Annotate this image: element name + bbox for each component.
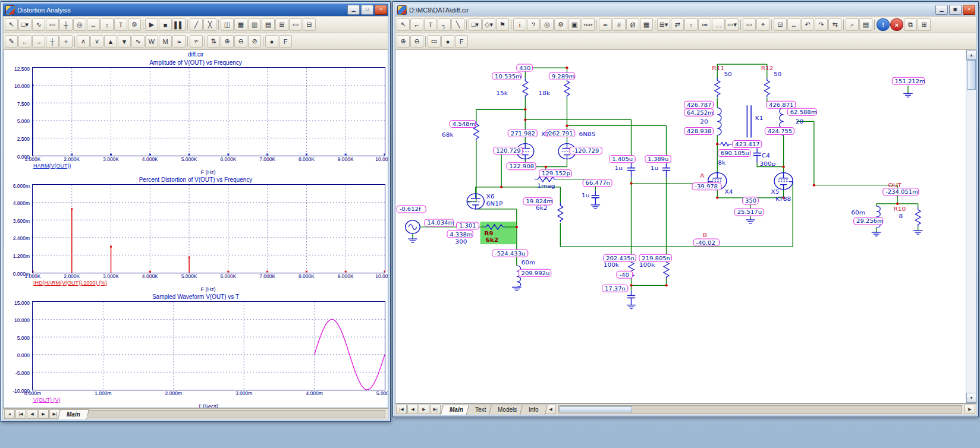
plot-canvas[interactable] bbox=[32, 301, 385, 390]
zoom-auto-icon[interactable]: ⊘ bbox=[248, 35, 261, 48]
data-points-icon[interactable]: ▤ bbox=[262, 18, 275, 31]
value-box[interactable]: 64.252m bbox=[684, 109, 714, 116]
horizontal-scrollbar[interactable] bbox=[558, 405, 962, 414]
current-flow-icon[interactable]: ⇄ bbox=[671, 18, 684, 31]
resistor[interactable] bbox=[764, 78, 769, 97]
value-box[interactable]: 426.787 bbox=[684, 101, 714, 108]
mirror-icon[interactable]: ⇆ bbox=[828, 18, 841, 31]
transformer-winding[interactable] bbox=[717, 108, 721, 135]
flag-icon[interactable]: ⚑ bbox=[496, 18, 509, 31]
find-point-icon[interactable]: ⌖ bbox=[756, 18, 769, 31]
grid-toggle-icon[interactable]: ▦ bbox=[234, 18, 247, 31]
grid-toggle-icon[interactable]: ▦ bbox=[640, 18, 653, 31]
prev-page-icon[interactable]: ◀ bbox=[27, 409, 37, 419]
vacuum-tube[interactable] bbox=[774, 173, 793, 190]
value-box[interactable]: 14.034m bbox=[425, 219, 454, 226]
last-page-icon[interactable]: ▶| bbox=[430, 405, 441, 414]
analysis-titlebar[interactable]: Distortion Analysis ▁□× bbox=[3, 4, 388, 16]
value-box[interactable]: 4.548m bbox=[450, 120, 475, 127]
select-area-icon[interactable]: ▭ bbox=[428, 35, 441, 48]
value-box[interactable]: 423.417 bbox=[733, 141, 762, 148]
value-box[interactable]: 262.791 bbox=[546, 130, 575, 137]
value-box[interactable]: 25.517u bbox=[734, 209, 764, 216]
step-icon[interactable]: ↑ bbox=[684, 18, 698, 31]
vertical-tag-icon[interactable]: ↕ bbox=[100, 18, 114, 31]
value-box[interactable]: 350 bbox=[743, 197, 759, 204]
zoom-in-icon[interactable]: ⊕ bbox=[397, 35, 410, 48]
plot-canvas[interactable] bbox=[32, 67, 385, 156]
font-icon[interactable]: F bbox=[455, 35, 468, 48]
value-box[interactable]: 219.805n bbox=[639, 254, 672, 261]
vertical-scroll-thumb[interactable] bbox=[967, 60, 976, 90]
value-box[interactable]: 29.256m bbox=[854, 217, 883, 225]
info-circle-icon[interactable]: ! bbox=[877, 18, 890, 31]
ruler-icon[interactable]: ▥ bbox=[248, 18, 261, 31]
cancel-circle-icon[interactable]: × bbox=[890, 18, 903, 31]
tab-info[interactable]: Info bbox=[520, 405, 548, 415]
performance-icon[interactable]: 'P' bbox=[190, 35, 203, 48]
minimize-button[interactable]: ▁ bbox=[935, 5, 948, 15]
box-select-icon[interactable]: ⊡ bbox=[774, 18, 787, 31]
zoom-out-icon[interactable]: ⊖ bbox=[234, 35, 247, 48]
scale-mode-icon[interactable]: ▭ bbox=[46, 18, 59, 31]
value-box[interactable]: 424.755 bbox=[765, 127, 794, 134]
capacitor[interactable] bbox=[627, 291, 635, 305]
plot-legend[interactable]: HARM(V(OUT)) bbox=[33, 163, 388, 169]
value-box[interactable]: -40 bbox=[617, 271, 633, 278]
search-icon[interactable]: ⌕ bbox=[846, 18, 859, 31]
globe-icon[interactable]: ● bbox=[441, 35, 454, 48]
close-button[interactable]: × bbox=[963, 5, 975, 15]
value-box[interactable]: 428.938 bbox=[684, 127, 714, 134]
ground-symbol[interactable] bbox=[627, 305, 636, 308]
schematic-canvas[interactable]: 43010.535m9.289m4.548m271.982262.791120.… bbox=[395, 50, 966, 403]
graphics-dropdown-icon[interactable]: □▾ bbox=[18, 18, 32, 31]
select-tool-icon[interactable]: ↖ bbox=[5, 18, 18, 31]
cursor-target-icon[interactable]: ┼ bbox=[46, 35, 59, 48]
properties-icon[interactable]: ⚙ bbox=[554, 18, 567, 31]
split-pane-icon[interactable]: ◫ bbox=[221, 18, 234, 31]
ground-symbol[interactable] bbox=[903, 93, 913, 97]
graphics-dropdown-icon[interactable]: □▾ bbox=[469, 18, 482, 31]
vertical-scrollbar[interactable]: ▲ ▼ bbox=[966, 50, 976, 403]
hscroll-right-icon[interactable]: ▶ bbox=[965, 405, 975, 414]
value-box[interactable]: 1.389u bbox=[645, 156, 671, 163]
more-options-icon[interactable]: … bbox=[712, 18, 725, 31]
plot-legend[interactable]: V(OUT) (V) bbox=[33, 397, 388, 403]
resistor[interactable] bbox=[558, 203, 563, 222]
mode-dropdown-icon[interactable]: ⊞▾ bbox=[657, 18, 670, 31]
properties-icon[interactable]: ⚙ bbox=[128, 18, 141, 31]
ground-symbol[interactable] bbox=[512, 287, 522, 291]
valley-icon[interactable]: ∨ bbox=[90, 35, 103, 48]
value-box[interactable]: 430 bbox=[517, 64, 533, 71]
value-box[interactable]: 209.992u bbox=[519, 269, 551, 276]
select-tool-icon[interactable]: ↖ bbox=[397, 18, 410, 31]
value-box[interactable]: 9.289m bbox=[549, 72, 574, 80]
tag-left-icon[interactable]: ← bbox=[18, 35, 32, 48]
low-icon[interactable]: ▼ bbox=[118, 35, 131, 48]
pages-icon[interactable]: ⊟ bbox=[303, 18, 316, 31]
on-toggle-icon[interactable]: ON bbox=[698, 18, 711, 31]
globe-icon[interactable]: ● bbox=[265, 35, 278, 48]
component-mode-icon[interactable]: ⌐ bbox=[410, 18, 423, 31]
value-box[interactable]: 10.535m bbox=[492, 72, 522, 80]
text-region-icon[interactable]: TEXT bbox=[582, 18, 595, 31]
ground-symbol[interactable] bbox=[913, 231, 923, 234]
tag-right-icon[interactable]: → bbox=[32, 35, 45, 48]
resistor[interactable] bbox=[664, 260, 669, 279]
value-box[interactable]: 271.982 bbox=[508, 130, 537, 137]
next-page-icon[interactable]: ▶ bbox=[419, 405, 429, 414]
resistor[interactable] bbox=[564, 78, 570, 97]
rotate-cw-icon[interactable]: ↷ bbox=[815, 18, 828, 31]
text-tool-icon[interactable]: T bbox=[424, 18, 437, 31]
ground-symbol[interactable] bbox=[872, 232, 881, 236]
value-box[interactable]: -120.729 bbox=[570, 147, 602, 154]
envelope-icon[interactable]: ≈ bbox=[172, 35, 186, 48]
ground-symbol[interactable] bbox=[746, 220, 755, 223]
scroll-up-icon[interactable]: ▲ bbox=[966, 50, 976, 60]
value-box[interactable]: 17.37n bbox=[602, 285, 627, 292]
stop-button[interactable]: ■ bbox=[159, 18, 172, 31]
crosshair-icon[interactable]: ╳ bbox=[203, 18, 216, 31]
value-box[interactable]: 690.105u bbox=[718, 150, 750, 157]
peak-icon[interactable]: ∧ bbox=[77, 35, 90, 48]
cursor-mode-icon[interactable]: ┼ bbox=[59, 18, 73, 31]
